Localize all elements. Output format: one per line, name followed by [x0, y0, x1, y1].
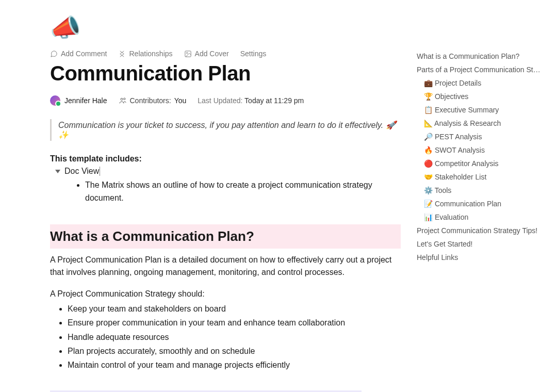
table-of-contents: What is a Communication Plan?Parts of a …: [417, 50, 540, 264]
relationships-icon: [118, 50, 126, 58]
add-comment-button[interactable]: Add Comment: [50, 50, 107, 58]
svg-point-2: [121, 98, 123, 100]
toc-item[interactable]: 📋 Executive Summary: [417, 103, 540, 117]
toggle-label: Doc View: [64, 167, 100, 176]
toc-item[interactable]: 💼 Project Details: [417, 76, 540, 90]
page-icon[interactable]: 📣: [50, 15, 401, 40]
svg-point-3: [123, 98, 125, 100]
toc-item[interactable]: 📐 Analysis & Research: [417, 117, 540, 130]
list-item[interactable]: Maintain control of your team and manage…: [68, 358, 401, 372]
toc-item[interactable]: 🔎 PEST Analysis: [417, 130, 540, 143]
list-item[interactable]: Ensure proper communication in your team…: [68, 316, 401, 330]
image-icon: [184, 50, 192, 58]
section-heading-what-is[interactable]: What is a Communication Plan?: [50, 224, 401, 249]
list-item[interactable]: Keep your team and stakeholders on board: [68, 302, 401, 316]
toggle-doc-view[interactable]: Doc View: [50, 167, 401, 176]
contributors[interactable]: Contributors: You: [119, 96, 187, 105]
people-icon: [119, 96, 127, 105]
toc-item[interactable]: 🔥 SWOT Analysis: [417, 143, 540, 157]
last-updated: Last Updated: Today at 11:29 pm: [198, 96, 304, 105]
add-cover-label: Add Cover: [195, 50, 229, 58]
toc-item[interactable]: Let's Get Started!: [417, 237, 540, 251]
page-meta: Jennifer Hale Contributors: You Last Upd…: [50, 95, 401, 106]
author-name: Jennifer Hale: [64, 96, 107, 105]
contributors-label: Contributors:: [130, 96, 171, 105]
toc-item[interactable]: 🤝 Stakeholder List: [417, 170, 540, 184]
should-intro[interactable]: A Project Communication Strategy should:: [50, 289, 401, 299]
chevron-down-icon[interactable]: [55, 170, 60, 173]
section1-paragraph[interactable]: A Project Communication Plan is a detail…: [50, 254, 401, 280]
relationships-button[interactable]: Relationships: [118, 50, 172, 58]
includes-bullet-list[interactable]: The Matrix shows an outline of how to cr…: [50, 179, 401, 205]
relationships-label: Relationships: [129, 50, 172, 58]
toc-item[interactable]: ⚙️ Tools: [417, 184, 540, 197]
avatar: [50, 95, 60, 106]
add-cover-button[interactable]: Add Cover: [184, 50, 229, 58]
quote-block[interactable]: Communication is your ticket to success,…: [50, 119, 401, 141]
toc-item[interactable]: 📊 Evaluation: [417, 210, 540, 224]
author-chip[interactable]: Jennifer Hale: [50, 95, 107, 106]
toc-item[interactable]: Project Communication Strategy Tips!: [417, 224, 540, 237]
page-title[interactable]: Communication Plan: [50, 62, 401, 85]
updated-value: Today at 11:29 pm: [244, 96, 304, 105]
includes-heading[interactable]: This template includes:: [50, 154, 401, 164]
list-item[interactable]: Plan projects accurately, smoothly and o…: [68, 344, 401, 358]
page-toolbar: Add Comment Relationships Add Cover Sett…: [50, 50, 401, 58]
comment-icon: [50, 50, 58, 58]
toc-item[interactable]: Parts of a Project Communication Strateg…: [417, 63, 540, 76]
settings-label: Settings: [240, 50, 267, 58]
toc-item[interactable]: 📝 Communication Plan: [417, 197, 540, 210]
svg-point-1: [186, 52, 188, 54]
toc-item[interactable]: What is a Communication Plan?: [417, 50, 540, 63]
settings-button[interactable]: Settings: [240, 50, 267, 58]
list-item[interactable]: The Matrix shows an outline of how to cr…: [85, 179, 401, 205]
toc-item[interactable]: Helpful Links: [417, 251, 540, 264]
should-list[interactable]: Keep your team and stakeholders on board…: [50, 302, 401, 372]
toc-item[interactable]: 🏆 Objectives: [417, 90, 540, 103]
contributors-value: You: [174, 96, 187, 105]
toc-item[interactable]: 🔴 Competitor Analysis: [417, 157, 540, 170]
list-item[interactable]: Handle adequate resources: [68, 330, 401, 344]
add-comment-label: Add Comment: [61, 50, 107, 58]
updated-label: Last Updated:: [198, 96, 242, 105]
